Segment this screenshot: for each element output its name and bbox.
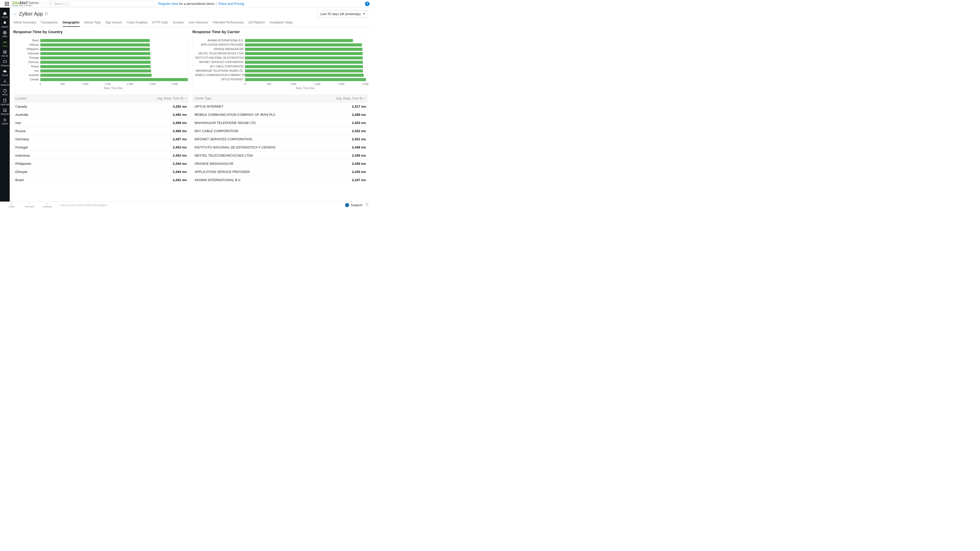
sidebar-item-cloud[interactable]: Cloud [0, 68, 10, 78]
col-location[interactable]: Location [15, 97, 157, 100]
register-link[interactable]: Register here [158, 2, 178, 6]
tab-app-version[interactable]: App Version [105, 21, 122, 27]
table-row[interactable]: Canada3,292 ms [13, 103, 189, 111]
tab-device-type[interactable]: Device Type [84, 21, 101, 27]
bar[interactable] [40, 39, 150, 42]
table-row[interactable]: Brazil2,441 ms [13, 176, 189, 184]
plans-link[interactable]: Plans and Pricing [218, 2, 244, 6]
bar-row: Australia [16, 73, 186, 77]
bar[interactable] [245, 69, 363, 73]
bar[interactable] [245, 39, 353, 42]
tab-admin-summary[interactable]: Admin Summary [13, 21, 36, 27]
bar[interactable] [245, 52, 363, 55]
info-icon[interactable]: i [180, 97, 183, 100]
col-avg-resp-time-carrier[interactable]: Avg. Resp. Time i ▼ [336, 97, 366, 100]
row-name: NEXTEL TELECOMUNICACOES LTDA [194, 154, 352, 157]
table-row[interactable]: NEXTEL TELECOMUNICACOES LTDA2,445 ms [192, 151, 368, 160]
table-row[interactable]: OPTUS INTERNET2,517 ms [192, 103, 368, 111]
table-row[interactable]: Australia2,482 ms [13, 111, 189, 119]
bar[interactable] [40, 61, 151, 64]
sidebar-item-rum[interactable]: RUM [0, 87, 10, 97]
help-icon[interactable]: ? [365, 2, 369, 6]
bar[interactable] [40, 65, 151, 68]
bar[interactable] [245, 61, 363, 64]
table-row[interactable]: APPLICATION SERVICE PROVIDER2,430 ms [192, 168, 368, 176]
tab-installation-steps[interactable]: Installation Steps [269, 21, 293, 27]
sort-icon[interactable]: ▼ [364, 97, 366, 100]
row-value: 2,440 ms [352, 162, 366, 165]
smart-chat-input[interactable]: Here is your Smart Chat (Ctrl+Space) [60, 203, 107, 206]
bar[interactable] [245, 74, 364, 77]
sidebar-item-web[interactable]: Web [0, 29, 10, 39]
tab-transactions[interactable]: Transactions [41, 21, 58, 27]
footer-chats[interactable]: Chats [3, 202, 21, 208]
expand-icon[interactable]: ⛶ [41, 2, 44, 6]
tab-crash-analytics[interactable]: Crash Analytics [127, 21, 148, 27]
tab-geographic[interactable]: Geographic [62, 21, 80, 27]
bar[interactable] [245, 48, 363, 51]
bar[interactable] [245, 78, 366, 81]
bar[interactable] [40, 56, 150, 59]
footer-contacts[interactable]: Contacts [38, 202, 56, 208]
sidebar-item-admin[interactable]: Admin [0, 116, 10, 126]
sidebar-item-home[interactable]: Home [0, 10, 10, 19]
table-row[interactable]: MOBILE COMMUNICATION COMPANY OF IRAN PLC… [192, 111, 368, 119]
menu-icon[interactable]: ☰ [45, 12, 48, 16]
bar[interactable] [245, 43, 362, 46]
table-row[interactable]: MAHANAGAR TELEPHONE NIGAM LTD.2,453 ms [192, 119, 368, 127]
bar[interactable] [40, 52, 150, 55]
sidebar-item-apm[interactable]: APM [0, 39, 10, 48]
sidebar-item-alarms[interactable]: Alarms [0, 19, 10, 29]
table-row[interactable]: INSTITUTO NACIONAL DE ESTADISTICA Y CENS… [192, 143, 368, 151]
table-row[interactable]: Germany2,457 ms [13, 135, 189, 143]
bar[interactable] [40, 74, 151, 77]
table-row[interactable]: Ethiopia2,444 ms [13, 168, 189, 176]
info-icon[interactable]: i [360, 97, 363, 100]
table-row[interactable]: AKAMAI INTERNATIONAL B.V.2,247 ms [192, 176, 368, 184]
bar-row: APPLICATION SERVICE PROVIDER [195, 43, 365, 47]
back-arrow-icon[interactable]: ← [13, 12, 18, 16]
sort-icon[interactable]: ▼ [185, 97, 187, 100]
time-range-selector[interactable]: Last 30 days (till yesterday) ▼ [318, 10, 368, 17]
search-input[interactable]: Search ( / ) [46, 1, 156, 6]
bar-row: Russia [16, 64, 186, 68]
table-row[interactable]: Iran2,469 ms [13, 119, 189, 127]
table-row[interactable]: INFONET SERVICES CORPORATION2,451 ms [192, 135, 368, 143]
table-row[interactable]: Portugal2,453 ms [13, 143, 189, 151]
col-avg-resp-time[interactable]: Avg. Resp. Time i ▼ [157, 97, 187, 100]
sidebar-item-vmware[interactable]: VMware [0, 58, 10, 68]
col-carrier-type[interactable]: Carrier Type [194, 97, 336, 100]
sidebar-item-applogs[interactable]: AppLogs [0, 97, 10, 106]
table-row[interactable]: Russia2,460 ms [13, 127, 189, 135]
bar[interactable] [40, 69, 151, 73]
bar[interactable] [40, 48, 150, 51]
sidebar-item-reports[interactable]: Reports [0, 106, 10, 116]
table-row[interactable]: ORANGE MADAGASCAR2,440 ms [192, 160, 368, 168]
svg-point-0 [49, 3, 51, 4]
bar[interactable] [245, 56, 363, 59]
support-button[interactable]: 🎧 Support [345, 203, 363, 207]
sidebar-item-server[interactable]: Server [0, 48, 10, 58]
sidebar-item-network[interactable]: Network [0, 78, 10, 87]
tab-filterable-performance[interactable]: Filterable Performance [213, 21, 243, 27]
bar-row: INSTITUTO NACIONAL DE ESTADISTICA Y CENS… [195, 56, 365, 60]
table-row[interactable]: Indonesia2,453 ms [13, 151, 189, 160]
basket-icon[interactable] [365, 203, 369, 207]
tab-os-platform[interactable]: OS Platform [248, 21, 265, 27]
x-tick: 1,000 [82, 83, 88, 86]
apps-icon[interactable] [2, 2, 12, 6]
bar[interactable] [245, 65, 363, 68]
tab-screens[interactable]: Screens [172, 21, 184, 27]
bar[interactable] [40, 43, 150, 46]
footer-channels[interactable]: Channels [21, 202, 38, 208]
tab-http-calls[interactable]: HTTP Calls [152, 21, 168, 27]
bar-label: Portugal [16, 56, 40, 59]
sidebar-item-label: RUM [2, 94, 8, 96]
reports-icon [3, 108, 7, 112]
sidebar-item-label: Reports [1, 113, 9, 115]
bar[interactable] [40, 78, 188, 81]
table-row[interactable]: SKY CABLE CORPORATION2,452 ms [192, 127, 368, 135]
table-row[interactable]: Philippines2,444 ms [13, 160, 189, 168]
tab-user-sessions[interactable]: User Sessions [188, 21, 208, 27]
row-value: 2,445 ms [352, 154, 366, 157]
